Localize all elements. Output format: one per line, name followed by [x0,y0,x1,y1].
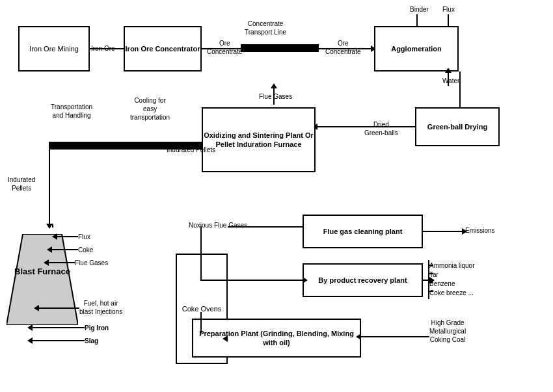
arrow-pig-iron [33,327,85,328]
blast-furnace-label: Blast Furnace [7,267,78,278]
ammonia-liquor-label: Ammonia liquor [429,261,474,270]
arrow-slag [33,340,85,341]
coke-ovens-label: Coke Ovens [182,304,222,313]
arrow-binder [416,14,418,27]
iron-ore-concentrator-label: Iron Ore Concentrator [126,44,200,53]
flue-gas-cleaning-box: Flue gas cleaning plant [303,215,423,248]
arrow-mining-to-concentrator [90,48,124,49]
arrow-water [448,73,449,86]
iron-ore-mining-label: Iron Ore Mining [29,44,79,53]
arrow-oxidizing-to-bar [163,146,202,147]
line-output-benzene [428,281,433,283]
high-grade-label: High GradeMetallurgicalCoking Coal [429,319,466,344]
by-product-recovery-label: By product recovery plant [318,276,407,285]
green-ball-drying-label: Green-ball Drying [427,122,487,131]
dried-greenballs-label: DriedGreen-balls [364,120,398,137]
line-left-vertical [52,224,53,228]
arrow-coke-left [52,249,78,250]
arrow-bar-to-blast [49,146,50,224]
cooling-transport-label: Cooling foreasytransportation [130,96,170,122]
line-byproduct-outputs [428,260,429,299]
line-output-tar [428,273,433,274]
concentrate-transport-label: ConcentrateTransport Line [245,20,286,36]
line-output-ammonia [428,265,433,266]
arrow-flux-left [57,236,78,237]
line-coke-to-byproduct-v [200,254,202,280]
blast-furnace-svg [7,234,78,325]
water-label: Water [442,77,459,85]
fuel-hot-air-label: Fuel, hot airblast Injections [79,299,122,316]
blast-furnace-container: Blast Furnace [7,234,78,326]
oxidizing-sintering-label: Oxidizing and Sintering Plant Or Pellet … [203,131,314,150]
line-output-coke-breeze [428,291,433,292]
preparation-plant-label: Preparation Plant (Grinding, Blending, M… [193,329,360,348]
agglomeration-box: Agglomeration [374,26,459,72]
arrow-fuel [39,307,79,309]
agglomeration-label: Agglomeration [391,44,442,53]
transport-bar [241,44,319,52]
flue-gases-top-label: Flue Gases [259,92,292,101]
diagram: Iron Ore Mining Iron Ore Iron Ore Concen… [0,0,553,392]
slag-label: Slag [85,337,98,345]
coke-left-label: Coke [78,246,93,254]
arrow-noxious-gases [228,226,303,228]
arrow-high-grade [361,336,429,337]
line-coke-bottom [200,312,202,333]
coke-breeze-label: Coke breeze ... [429,289,474,297]
iron-ore-concentrator-box: Iron Ore Concentrator [124,26,202,72]
flux-top-label: Flux [442,5,455,14]
arrow-flue-gases-left [49,262,75,263]
line-coke-to-noxious [200,226,202,254]
emissions-label: Emissions [465,226,495,235]
iron-ore-mining-box: Iron Ore Mining [18,26,90,72]
oxidizing-sintering-box: Oxidizing and Sintering Plant Or Pellet … [202,107,316,172]
line-coke-to-byproduct-h [200,280,228,281]
arrow-agglo-to-greenball [459,72,461,107]
arrow-flux-top [448,14,449,27]
preparation-plant-box: Preparation Plant (Grinding, Blending, M… [192,319,361,358]
svg-marker-0 [7,234,78,325]
ore-concentrate1-label: OreConcentrate [207,39,242,56]
pig-iron-label: Pig Iron [85,324,109,332]
flue-gas-cleaning-label: Flue gas cleaning plant [323,227,403,236]
transportation-handling-label: Transportationand Handling [51,103,92,120]
arrow-coke-to-byproduct [228,280,303,281]
ore-concentrate2-label: OreConcentrate [325,39,360,56]
by-product-recovery-box: By product recovery plant [303,263,423,297]
arrow-flue-gases-top [273,88,275,105]
arrow-greenball-to-oxidizing [317,126,415,127]
noxious-flue-gases-label: Noxious Flue Gases [189,221,247,229]
green-ball-drying-box: Green-ball Drying [415,107,500,146]
binder-label: Binder [410,5,429,14]
arrow-conc-to-transport [202,48,241,49]
arrow-emissions [423,231,462,232]
flux-left-label: Flux [78,233,90,241]
flue-gases-left-label: Flue Gases [75,259,108,267]
indurated-pellets-v-label: InduratedPellets [8,176,35,192]
